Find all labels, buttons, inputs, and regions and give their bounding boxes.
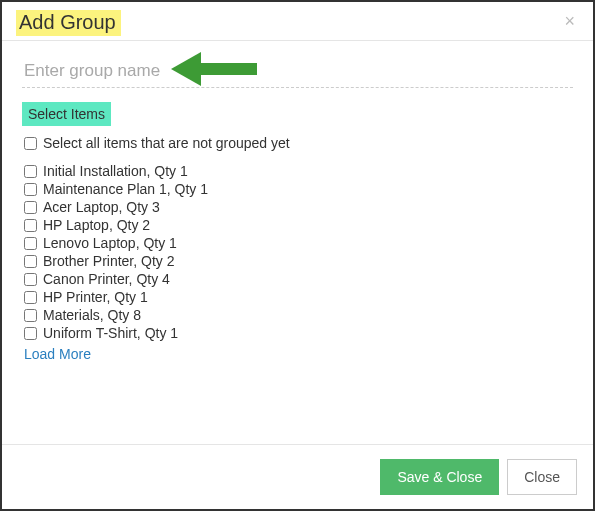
modal-header: Add Group ×	[2, 2, 593, 41]
close-button[interactable]: Close	[507, 459, 577, 495]
item-checkbox[interactable]	[24, 273, 37, 286]
item-checkbox[interactable]	[24, 183, 37, 196]
item-label: Initial Installation, Qty 1	[43, 163, 188, 179]
item-label: HP Laptop, Qty 2	[43, 217, 150, 233]
add-group-modal: Add Group × Select Items Select all item…	[0, 0, 595, 511]
item-row[interactable]: Materials, Qty 8	[24, 306, 573, 324]
modal-footer: Save & Close Close	[2, 444, 593, 509]
item-row[interactable]: Lenovo Laptop, Qty 1	[24, 234, 573, 252]
items-list: Select all items that are not grouped ye…	[24, 134, 573, 362]
title-highlight: Add Group	[16, 10, 121, 36]
close-icon[interactable]: ×	[560, 10, 579, 32]
load-more-link[interactable]: Load More	[24, 346, 573, 362]
item-label: HP Printer, Qty 1	[43, 289, 148, 305]
select-items-label: Select Items	[28, 106, 105, 122]
item-label: Brother Printer, Qty 2	[43, 253, 175, 269]
item-row[interactable]: HP Printer, Qty 1	[24, 288, 573, 306]
item-row[interactable]: Initial Installation, Qty 1	[24, 162, 573, 180]
item-row[interactable]: Acer Laptop, Qty 3	[24, 198, 573, 216]
item-row[interactable]: Canon Printer, Qty 4	[24, 270, 573, 288]
item-checkbox[interactable]	[24, 219, 37, 232]
item-checkbox[interactable]	[24, 309, 37, 322]
select-all-checkbox[interactable]	[24, 137, 37, 150]
select-all-row[interactable]: Select all items that are not grouped ye…	[24, 134, 573, 152]
item-label: Uniform T-Shirt, Qty 1	[43, 325, 178, 341]
item-row[interactable]: Brother Printer, Qty 2	[24, 252, 573, 270]
item-checkbox[interactable]	[24, 237, 37, 250]
item-row[interactable]: Maintenance Plan 1, Qty 1	[24, 180, 573, 198]
item-label: Materials, Qty 8	[43, 307, 141, 323]
item-checkbox[interactable]	[24, 201, 37, 214]
save-close-button[interactable]: Save & Close	[380, 459, 499, 495]
item-checkbox[interactable]	[24, 291, 37, 304]
item-checkbox[interactable]	[24, 255, 37, 268]
item-row[interactable]: Uniform T-Shirt, Qty 1	[24, 324, 573, 342]
item-row[interactable]: HP Laptop, Qty 2	[24, 216, 573, 234]
select-all-label: Select all items that are not grouped ye…	[43, 135, 290, 151]
item-label: Lenovo Laptop, Qty 1	[43, 235, 177, 251]
item-label: Canon Printer, Qty 4	[43, 271, 170, 287]
modal-body: Select Items Select all items that are n…	[2, 41, 593, 444]
item-checkbox[interactable]	[24, 165, 37, 178]
item-label: Maintenance Plan 1, Qty 1	[43, 181, 208, 197]
item-checkbox[interactable]	[24, 327, 37, 340]
modal-title: Add Group	[19, 11, 116, 33]
select-items-highlight: Select Items	[22, 102, 111, 126]
item-label: Acer Laptop, Qty 3	[43, 199, 160, 215]
group-name-wrap	[22, 55, 573, 88]
group-name-input[interactable]	[22, 55, 573, 88]
